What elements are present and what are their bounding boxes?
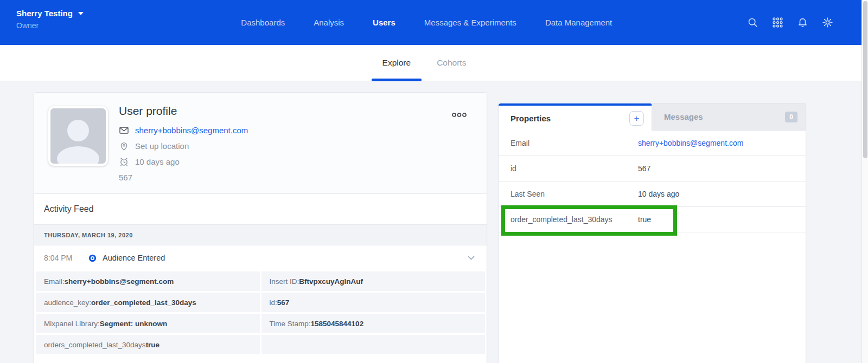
property-row-order-completed: order_completed_last_30days true [499,207,806,232]
event-property-cell: Mixpanel Library: Segment: unknown [36,314,260,333]
workspace-selector[interactable]: Sherry Testing Owner [16,9,84,30]
event-property-cell: id: 567 [261,293,486,312]
profile-location[interactable]: Set up location [135,141,189,151]
nav-item-analysis[interactable]: Analysis [314,18,344,27]
profile-last-seen: 10 days ago [135,157,180,166]
panel-tab-bar: Properties + Messages 0 [499,103,806,131]
property-email-link[interactable]: sherry+bobbins@segment.com [638,139,743,147]
alarm-clock-icon [119,157,129,167]
tab-messages[interactable]: Messages 0 [652,103,806,131]
nav-item-users[interactable]: Users [373,18,395,27]
main-nav: Dashboards Analysis Users Messages & Exp… [241,18,612,27]
more-options-icon[interactable] [449,108,469,122]
property-row-id: id 567 [499,156,806,182]
scrollbar-thumb[interactable] [863,1,867,158]
nav-item-data-management[interactable]: Data Management [545,18,612,27]
notifications-bell-icon[interactable] [797,17,808,28]
profile-user-id: 567 [119,170,248,185]
event-property-cell: audience_key: order_completed_last_30day… [36,293,260,312]
event-time: 8:04 PM [44,254,79,262]
chevron-down-icon [78,12,84,15]
apps-grid-icon[interactable] [772,17,783,28]
event-properties-grid: Email: sherry+bobbins@segment.com Insert… [34,270,487,356]
activity-event-row[interactable]: 8:04 PM Audience Entered [34,245,487,270]
settings-gear-icon[interactable] [822,17,833,28]
event-property-cell [261,335,486,354]
audience-target-icon [88,254,97,262]
workspace-role: Owner [16,21,84,30]
nav-item-dashboards[interactable]: Dashboards [241,18,285,27]
workspace-name: Sherry Testing [16,9,73,18]
chevron-down-icon[interactable] [468,256,475,260]
nav-item-messages-experiments[interactable]: Messages & Experiments [424,18,516,27]
main-content: User profile sherry+bobbins@segment.com … [0,81,868,363]
top-navigation-bar: Sherry Testing Owner Dashboards Analysis… [0,0,868,45]
add-property-button[interactable]: + [629,111,644,126]
activity-feed-title: Activity Feed [34,194,487,224]
event-property-cell: Time Stamp: 1585045844102 [261,314,486,333]
event-name: Audience Entered [103,254,165,262]
profile-header: User profile sherry+bobbins@segment.com … [34,93,487,194]
page-tab-bar: Explore Cohorts [0,45,868,81]
activity-date-header: THURSDAY, MARCH 19, 2020 [34,224,487,245]
event-property-cell: orders_completed_last_30daystrue [36,335,260,354]
profile-email-link[interactable]: sherry+bobbins@segment.com [135,126,248,135]
property-row-email: Email sherry+bobbins@segment.com [499,131,806,156]
scrollbar[interactable] [861,0,868,363]
envelope-icon [119,125,129,135]
property-row-last-seen: Last Seen 10 days ago [499,182,806,207]
event-property-cell: Email: sherry+bobbins@segment.com [36,271,260,291]
tab-explore[interactable]: Explore [372,45,422,81]
user-profile-card: User profile sherry+bobbins@segment.com … [34,92,487,363]
search-icon[interactable] [747,17,758,28]
properties-panel-card: Properties + Messages 0 Email sherry+bob… [498,103,806,363]
event-property-cell: Insert ID: BftvpxcuyAglnAuf [261,271,486,291]
tab-cohorts[interactable]: Cohorts [426,45,477,81]
location-pin-icon [119,141,129,151]
avatar [48,106,108,166]
tab-properties[interactable]: Properties + [499,103,652,131]
page-title: User profile [119,105,248,118]
messages-count-badge: 0 [785,112,797,122]
